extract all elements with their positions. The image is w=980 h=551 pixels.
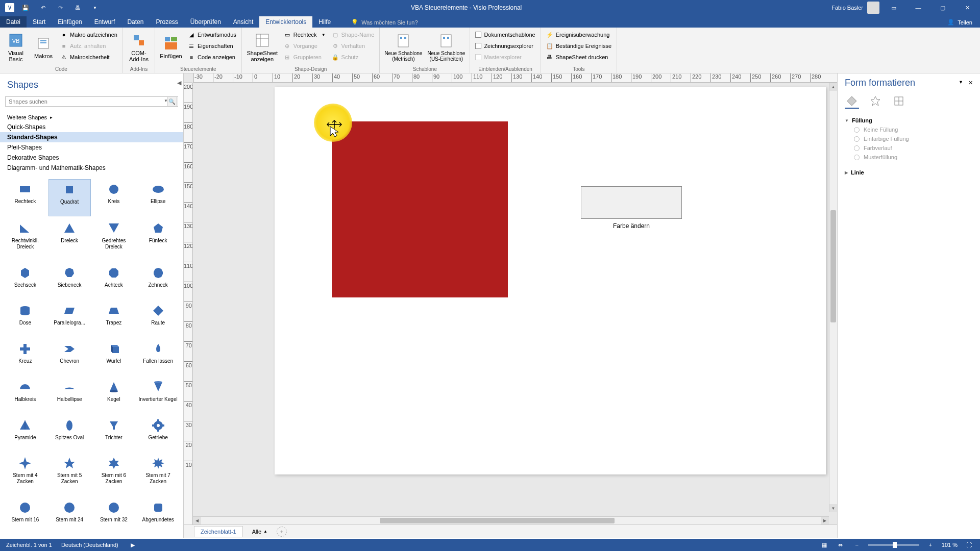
format-close-button[interactable]: ✕ [968, 80, 973, 86]
shape-item-stern-mit-24[interactable]: Stern mit 24 [48, 497, 91, 534]
shape-item-raute[interactable]: Raute [137, 300, 179, 337]
shape-item-getriebe[interactable]: Getriebe [137, 415, 179, 452]
shape-item-kreuz[interactable]: Kreuz [4, 339, 46, 375]
shape-item-rechtwinkli--dreieck[interactable]: Rechtwinkli. Dreieck [4, 218, 46, 261]
tab-hilfe[interactable]: Hilfe [312, 16, 337, 28]
dokumentschablone-check[interactable]: Dokumentschablone [473, 30, 537, 40]
makrosicherheit-button[interactable]: ⚠Makrosicherheit [58, 52, 119, 62]
shape-item-rechteck[interactable]: Rechteck [4, 179, 46, 216]
tab-datei[interactable]: Datei [0, 16, 27, 28]
qat-dropdown[interactable]: ▼ [89, 2, 101, 14]
vertical-scrollbar[interactable]: ▲ ▼ [829, 83, 837, 512]
com-addins-button[interactable]: COM- Add-Ins [126, 30, 152, 64]
red-square-shape[interactable] [332, 121, 508, 297]
eigenschaften-button[interactable]: ☰Eigenschaften [186, 41, 238, 51]
zoom-in-button[interactable]: + [925, 540, 936, 550]
neue-schablone-metrisch-button[interactable]: Neue Schablone (Metrisch) [383, 30, 424, 64]
page-tab-all[interactable]: Alle▲ [247, 527, 273, 537]
redo-button[interactable]: ↷ [54, 2, 66, 14]
shape-item-kegel[interactable]: Kegel [93, 377, 135, 413]
collapse-panel-button[interactable]: ◀ [177, 80, 181, 86]
shapesheet-drucken-button[interactable]: 🖶ShapeSheet drucken [544, 52, 614, 62]
shape-item-dose[interactable]: Dose [4, 300, 46, 337]
share-button[interactable]: 👤 Teilen [940, 17, 980, 28]
shape-item-stern-mit-32[interactable]: Stern mit 32 [93, 497, 135, 534]
cat-pfeil-shapes[interactable]: Pfeil-Shapes [0, 142, 183, 153]
fit-window-button[interactable]: ⛶ [964, 540, 974, 550]
drawing-page[interactable]: Farbe ändern [275, 87, 826, 474]
tab-ueberpruefen[interactable]: Überprüfen [184, 16, 227, 28]
cat-diagramm-shapes[interactable]: Diagramm- und Mathematik-Shapes [0, 163, 183, 173]
shape-item-sechseck[interactable]: Sechseck [4, 263, 46, 299]
tab-prozess[interactable]: Prozess [150, 16, 184, 28]
cat-quick-shapes[interactable]: Quick-Shapes [0, 122, 183, 132]
shape-item-abgerundetes[interactable]: Abgerundetes [137, 497, 179, 534]
cat-dekorative-shapes[interactable]: Dekorative Shapes [0, 153, 183, 163]
scroll-up-button[interactable]: ▲ [829, 83, 837, 91]
minimize-button[interactable]: — [908, 0, 928, 15]
page-width-button[interactable]: ⇔ [836, 540, 846, 550]
format-dropdown-button[interactable]: ▼ [959, 80, 963, 86]
ereignis-button[interactable]: ⚡Ereignisüberwachung [544, 30, 614, 40]
shape-item-fallen-lassen[interactable]: Fallen lassen [137, 339, 179, 375]
size-tab[interactable] [892, 94, 906, 109]
shape-item-f-nfeck[interactable]: Fünfeck [137, 218, 179, 261]
drawing-canvas[interactable]: Farbe ändern ▲ ▼ [193, 83, 837, 524]
zoom-out-button[interactable]: − [852, 540, 862, 550]
shape-item-stern-mit-4-zacken[interactable]: Stern mit 4 Zacken [4, 453, 46, 495]
shape-item-chevron[interactable]: Chevron [48, 339, 91, 375]
cat-weitere-shapes[interactable]: Weitere Shapes▸ [0, 113, 183, 122]
page-tab-1[interactable]: Zeichenblatt-1 [194, 526, 243, 537]
fill-line-tab[interactable] [845, 94, 859, 109]
effects-tab[interactable] [868, 94, 883, 109]
shape-item-achteck[interactable]: Achteck [93, 263, 135, 299]
line-section-header[interactable]: ▶Linie [845, 168, 973, 177]
tab-einfuegen[interactable]: Einfügen [52, 16, 88, 28]
shapesheet-anzeigen-button[interactable]: ShapeSheet anzeigen [245, 30, 280, 64]
shape-item-stern-mit-5-zacken[interactable]: Stern mit 5 Zacken [48, 453, 91, 495]
shape-item-quadrat[interactable]: Quadrat [48, 179, 91, 216]
shape-item-gedrehtes-dreieck[interactable]: Gedrehtes Dreieck [93, 218, 135, 261]
makro-aufzeichnen-button[interactable]: ●Makro aufzeichnen [58, 30, 119, 40]
shape-item-ellipse[interactable]: Ellipse [137, 179, 179, 216]
makros-button[interactable]: Makros [31, 30, 56, 64]
add-page-button[interactable]: + [277, 527, 287, 537]
zoom-slider[interactable] [868, 544, 919, 546]
bestandige-button[interactable]: 📋Beständige Ereignisse [544, 41, 614, 51]
vba-command-button[interactable] [581, 186, 682, 219]
shape-item-trapez[interactable]: Trapez [93, 300, 135, 337]
scroll-left-button[interactable]: ◀ [193, 517, 201, 524]
print-button[interactable]: 🖶 [71, 2, 84, 14]
cat-standard-shapes[interactable]: Standard-Shapes [0, 132, 183, 142]
save-button[interactable]: 💾 [19, 2, 32, 14]
shape-item-parallelogra---[interactable]: Parallelogra... [48, 300, 91, 337]
horizontal-scrollbar[interactable]: ◀ ▶ [193, 516, 829, 524]
entwurfsmodus-button[interactable]: ◢Entwurfsmodus [186, 30, 238, 40]
shape-item-invertierter-kegel[interactable]: Invertierter Kegel [137, 377, 179, 413]
undo-button[interactable]: ↶ [37, 2, 49, 14]
shape-item-trichter[interactable]: Trichter [93, 415, 135, 452]
user-name[interactable]: Fabio Basler [831, 5, 863, 11]
close-button[interactable]: ✕ [957, 0, 977, 15]
shape-item-kreis[interactable]: Kreis [93, 179, 135, 216]
neue-schablone-us-button[interactable]: Neue Schablone (US-Einheiten) [426, 30, 467, 64]
tab-entwicklertools[interactable]: Entwicklertools [259, 16, 312, 28]
zoom-thumb[interactable] [893, 542, 897, 548]
shape-item-w-rfel[interactable]: Würfel [93, 339, 135, 375]
shape-item-stern-mit-6-zacken[interactable]: Stern mit 6 Zacken [93, 453, 135, 495]
einfuegen-button[interactable]: Einfügen [158, 30, 184, 64]
tab-entwurf[interactable]: Entwurf [88, 16, 121, 28]
shape-item-halbkreis[interactable]: Halbkreis [4, 377, 46, 413]
language-status[interactable]: Deutsch (Deutschland) [61, 542, 118, 548]
tab-daten[interactable]: Daten [121, 16, 150, 28]
fill-section-header[interactable]: ▼Füllung [845, 116, 973, 125]
rechteck-button[interactable]: ▭Rechteck▼ [282, 30, 328, 40]
shape-item-pyramide[interactable]: Pyramide [4, 415, 46, 452]
ribbon-options-button[interactable]: ▭ [884, 0, 904, 15]
tab-start[interactable]: Start [27, 16, 52, 28]
page-info[interactable]: Zeichenbl. 1 von 1 [6, 542, 52, 548]
scroll-right-button[interactable]: ▶ [821, 517, 829, 524]
code-anzeigen-button[interactable]: ≡Code anzeigen [186, 52, 238, 62]
user-avatar[interactable] [867, 2, 879, 14]
macro-record-status[interactable]: ▶ [128, 540, 138, 550]
